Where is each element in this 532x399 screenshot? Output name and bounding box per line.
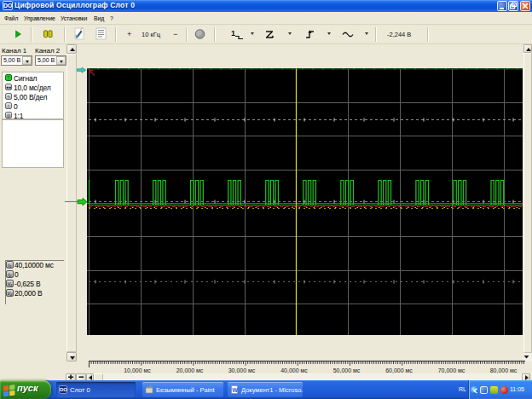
svg-text:1: 1 xyxy=(231,29,235,38)
svg-text:W: W xyxy=(232,387,238,393)
